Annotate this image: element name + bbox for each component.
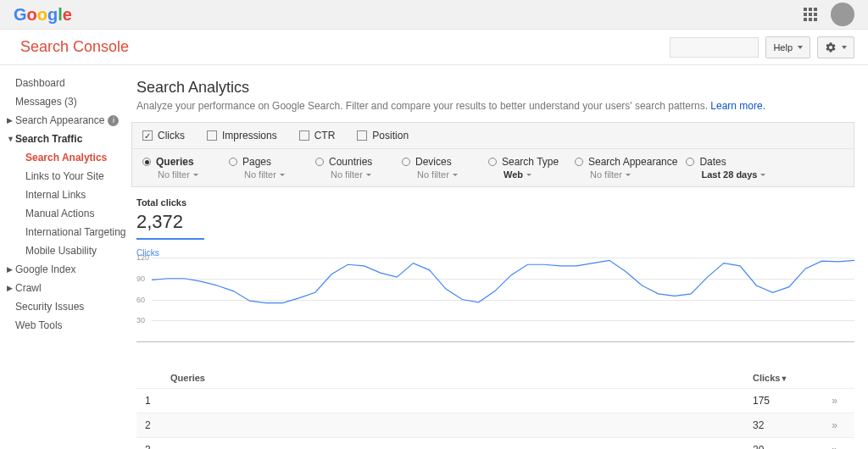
sidebar-item-dashboard[interactable]: Dashboard [15, 74, 131, 92]
sidebar-item-label: Links to Your Site [25, 170, 104, 182]
chevron-down-icon [760, 174, 765, 176]
sidebar-item-label: Dashboard [15, 77, 65, 89]
sidebar-item-messages-3-[interactable]: Messages (3) [15, 92, 131, 111]
chevron-down-icon [526, 174, 531, 176]
results-table: Queries Clicks▼ 1175»232»320»418»518» [136, 368, 854, 449]
row-clicks: 20 [753, 444, 821, 449]
y-tick: 120 [136, 253, 149, 262]
row-clicks: 32 [753, 419, 821, 431]
chevron-down-icon: ▼ [7, 135, 15, 143]
main: Search Analytics Analyze your performanc… [131, 65, 868, 449]
sidebar-item-label: Internal Links [25, 189, 86, 201]
row-index: 2 [145, 419, 170, 431]
sidebar-item-links-to-your-site[interactable]: Links to Your Site [25, 167, 131, 186]
metric-position[interactable]: Position [357, 130, 409, 141]
info-icon: i [108, 115, 119, 126]
help-button[interactable]: Help [765, 36, 810, 58]
sidebar-item-security-issues[interactable]: Security Issues [15, 297, 131, 316]
sidebar-item-search-traffic[interactable]: ▼Search Traffic [15, 130, 131, 148]
search-input[interactable] [670, 37, 759, 58]
row-index: 1 [145, 395, 170, 407]
metric-impressions[interactable]: Impressions [207, 130, 277, 141]
y-tick: 30 [136, 316, 145, 324]
chevron-down-icon [798, 46, 803, 49]
radio-icon [488, 158, 497, 166]
table-row[interactable]: 320» [136, 437, 854, 449]
sidebar-item-label: Manual Actions [25, 208, 94, 219]
sidebar-item-label: Messages (3) [15, 96, 77, 108]
learn-more-link[interactable]: Learn more. [710, 100, 765, 112]
summary: Total clicks 2,372 [131, 187, 854, 245]
sidebar-item-web-tools[interactable]: Web Tools [15, 316, 131, 335]
metric-ctr[interactable]: CTR [299, 130, 336, 141]
filter-controls: ClicksImpressionsCTRPosition QueriesNo f… [131, 122, 854, 187]
chart: Clicks 306090120 [136, 248, 854, 342]
dimension-filter[interactable]: No filter [590, 169, 677, 180]
dimension-pages[interactable]: PagesNo filter [229, 156, 307, 180]
dimension-filter[interactable]: No filter [417, 169, 480, 180]
dimension-dates[interactable]: DatesLast 28 days [686, 156, 765, 180]
radio-icon [575, 158, 583, 166]
row-query [170, 419, 753, 431]
checkbox-icon [207, 130, 217, 141]
checkbox-icon [299, 130, 309, 141]
sidebar-item-label: Web Tools [15, 319, 63, 331]
sidebar-item-google-index[interactable]: ▶Google Index [15, 260, 131, 279]
col-queries[interactable]: Queries [170, 373, 753, 383]
dimension-queries[interactable]: QueriesNo filter [142, 156, 220, 180]
sidebar-item-manual-actions[interactable]: Manual Actions [25, 204, 131, 223]
row-query [170, 444, 753, 449]
help-label: Help [773, 42, 793, 53]
sidebar-item-crawl[interactable]: ▶Crawl [15, 279, 131, 297]
dimension-filter[interactable]: No filter [331, 169, 393, 180]
dimension-search-type[interactable]: Search TypeWeb [488, 156, 566, 180]
dimension-countries[interactable]: CountriesNo filter [315, 156, 393, 180]
row-clicks: 175 [753, 395, 821, 407]
dimension-search-appearance[interactable]: Search AppearanceNo filter [575, 156, 677, 180]
checkbox-icon [142, 130, 153, 141]
gear-icon [825, 42, 837, 53]
sidebar-item-internal-links[interactable]: Internal Links [25, 186, 131, 204]
metric-clicks[interactable]: Clicks [142, 130, 185, 141]
sidebar-item-search-appearance[interactable]: ▶Search Appearancei [15, 111, 131, 130]
sidebar: DashboardMessages (3)▶Search Appearancei… [0, 65, 131, 449]
dimension-filter[interactable]: Web [504, 169, 566, 180]
table-row[interactable]: 232» [136, 413, 854, 437]
radio-icon [315, 158, 324, 166]
sidebar-item-mobile-usability[interactable]: Mobile Usability [25, 241, 131, 260]
header-bar: Search Console Help [0, 30, 868, 65]
expand-icon[interactable]: » [832, 395, 835, 407]
table-row[interactable]: 1175» [136, 388, 854, 413]
chevron-right-icon: ▶ [7, 116, 15, 125]
dimension-filter[interactable]: Last 28 days [701, 169, 765, 180]
sidebar-item-search-analytics[interactable]: Search Analytics [25, 148, 131, 167]
dimension-filter[interactable]: No filter [158, 169, 220, 180]
sidebar-item-label: Crawl [15, 282, 42, 294]
line-chart [152, 258, 854, 341]
dimension-devices[interactable]: DevicesNo filter [402, 156, 480, 180]
chevron-down-icon [280, 174, 285, 176]
radio-icon [229, 158, 237, 166]
dimension-filter[interactable]: No filter [244, 169, 307, 180]
google-logo[interactable]: Google [14, 5, 72, 25]
checkbox-icon [357, 130, 367, 141]
radio-icon [686, 158, 694, 166]
sidebar-item-label: Search Traffic [15, 133, 82, 145]
chevron-right-icon: ▶ [7, 265, 15, 274]
expand-icon[interactable]: » [832, 419, 835, 431]
sidebar-item-label: Search Appearance [15, 114, 104, 126]
apps-icon[interactable] [804, 8, 817, 21]
expand-icon[interactable]: » [832, 444, 835, 449]
product-title[interactable]: Search Console [20, 38, 129, 56]
page-title: Search Analytics [136, 79, 854, 97]
chevron-down-icon [626, 174, 631, 176]
sidebar-item-international-targeting[interactable]: International Targeting [25, 223, 131, 241]
chevron-down-icon [193, 174, 198, 176]
avatar[interactable] [831, 3, 854, 26]
sidebar-item-label: Security Issues [15, 301, 84, 313]
page-description: Analyze your performance on Google Searc… [136, 100, 854, 112]
row-query [170, 395, 753, 407]
radio-icon [142, 158, 151, 166]
col-clicks[interactable]: Clicks▼ [753, 373, 821, 383]
settings-button[interactable] [817, 36, 854, 58]
